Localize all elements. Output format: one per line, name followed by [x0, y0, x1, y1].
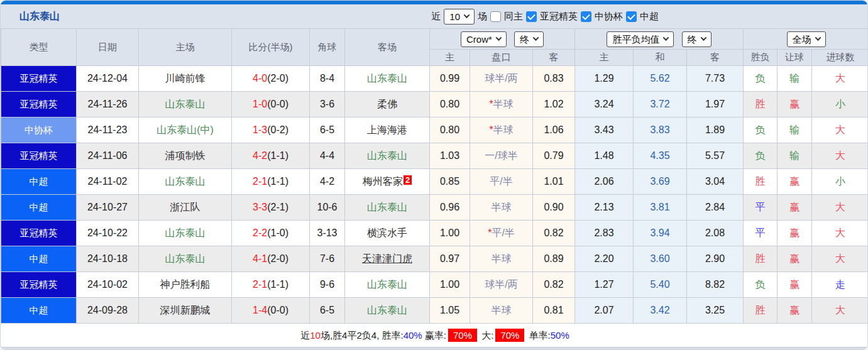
home-team-link[interactable]: 浦项制铁: [165, 150, 206, 161]
corner-score: 3-13: [310, 221, 345, 246]
corner-score: 10-6: [310, 195, 345, 221]
away-team-link[interactable]: 柔佛: [377, 99, 397, 109]
avg-away-odds: 3.04: [687, 169, 744, 195]
scope-select[interactable]: 全场: [787, 31, 826, 47]
home-team-link[interactable]: 山东泰山: [165, 176, 206, 187]
home-team-link[interactable]: 山东泰山: [165, 99, 206, 109]
col-header-avg-home: 主: [575, 50, 634, 66]
away-team-link[interactable]: 天津津门虎: [362, 253, 412, 264]
result-goals: 小: [812, 92, 868, 118]
result-handicap: 赢: [777, 195, 812, 221]
league-badge: 中超: [1, 169, 77, 195]
away-team-cell: 梅州客家2: [345, 169, 430, 195]
match-row: 亚冠精英24-11-26山东泰山1-0(0-0)3-6柔佛0.80*半球1.02…: [1, 92, 868, 118]
bookmaker-select[interactable]: Crow*: [461, 31, 507, 47]
match-date: 24-11-06: [77, 143, 139, 169]
team-title: 山东泰山: [19, 10, 60, 23]
avg-away-odds: 7.73: [687, 66, 744, 92]
chevron-down-icon: [495, 35, 502, 41]
away-team-link[interactable]: 横滨水手: [367, 227, 407, 238]
summary-segment: 70%: [495, 329, 524, 342]
result-winloss: 胜: [744, 246, 777, 272]
away-team-link[interactable]: 上海海港: [367, 124, 407, 135]
away-team-cell: 上海海港: [345, 118, 430, 143]
filter-csl-label: 中超: [640, 11, 659, 23]
filter-cfa-cup-label: 中协杯: [595, 11, 623, 23]
result-goals: 大: [812, 143, 868, 169]
avg-draw-odds: 3.72: [634, 92, 687, 118]
avg-away-odds: 2.08: [687, 221, 744, 246]
league-badge: 亚冠精英: [1, 143, 77, 169]
league-badge: 亚冠精英: [1, 92, 77, 118]
away-team-link[interactable]: 山东泰山: [367, 73, 407, 84]
home-team-cell: 山东泰山: [139, 246, 232, 272]
odds-home: 1.00: [430, 272, 470, 298]
bookmaker-time-select[interactable]: 终: [514, 31, 544, 47]
match-score: 1-3(0-2): [232, 118, 310, 143]
avg-draw-odds: 3.94: [634, 221, 687, 246]
home-team-link[interactable]: 山东泰山: [165, 227, 206, 238]
result-winloss: 胜: [744, 92, 777, 118]
home-team-link[interactable]: 浙江队: [170, 202, 201, 212]
summary-segment: 近: [300, 330, 310, 341]
away-team-link[interactable]: 山东泰山: [367, 279, 407, 290]
filter-csl-checkbox[interactable]: [626, 11, 637, 22]
away-team-cell: 柔佛: [345, 92, 430, 118]
match-date: 24-11-26: [77, 92, 139, 118]
corner-score: 6-5: [310, 118, 345, 143]
avg-draw-odds: 3.60: [634, 246, 687, 272]
odds-away: 1.06: [533, 118, 575, 143]
odds-home: 0.99: [430, 66, 470, 92]
away-team-link[interactable]: 山东泰山: [367, 150, 407, 161]
corner-score: 9-6: [310, 272, 345, 298]
same-home-checkbox[interactable]: [490, 11, 501, 22]
col-header-odds-away: 客: [533, 50, 575, 66]
league-badge: 中协杯: [1, 118, 77, 143]
avg-time-select[interactable]: 终: [682, 31, 711, 47]
handicap-line: 平/半: [470, 169, 533, 195]
recent-count-select[interactable]: 10: [444, 9, 475, 25]
home-team-link[interactable]: 山东泰山(中): [157, 124, 214, 135]
col-header-odds-home: 主: [430, 50, 470, 66]
match-score: 2-2(1-0): [232, 221, 310, 246]
corner-score: 8-4: [310, 66, 345, 92]
filter-cfa-cup-checkbox[interactable]: [581, 11, 591, 22]
away-team-cell: 山东泰山: [345, 143, 430, 169]
home-team-link[interactable]: 深圳新鹏城: [160, 305, 211, 315]
summary-footer: 近10场,胜4平2负4, 胜率:40% 赢率:70% 大:70% 单率:50%: [1, 324, 868, 347]
red-card-badge: 2: [404, 175, 412, 185]
odds-home: 0.96: [430, 195, 470, 221]
match-score: 2-1(1-1): [232, 169, 310, 195]
avg-home-odds: 2.07: [575, 298, 634, 324]
home-team-link[interactable]: 神户胜利船: [160, 279, 211, 290]
away-team-link[interactable]: 梅州客家: [363, 176, 403, 187]
match-row: 亚冠精英24-12-04川崎前锋4-0(2-0)8-4山东泰山0.99球半/两0…: [1, 66, 868, 92]
home-team-cell: 山东泰山: [139, 169, 232, 195]
match-date: 24-11-02: [77, 169, 139, 195]
result-goals: 小: [812, 169, 868, 195]
match-row: 中超24-09-28深圳新鹏城1-4(0-0)6-5山东泰山1.05半球0.81…: [1, 298, 868, 324]
away-team-cell: 山东泰山: [345, 66, 430, 92]
handicap-line: *半球: [470, 92, 533, 118]
handicap-line: 球半/两: [470, 66, 533, 92]
avg-odds-select[interactable]: 胜平负均值: [607, 31, 674, 47]
away-team-link[interactable]: 山东泰山: [367, 202, 407, 212]
away-team-cell: 天津津门虎: [345, 246, 430, 272]
summary-segment: 40%: [404, 330, 422, 341]
result-handicap: 赢: [777, 221, 812, 246]
avg-draw-odds: 3.81: [634, 195, 687, 221]
odds-home: 0.80: [430, 118, 470, 143]
home-team-link[interactable]: 川崎前锋: [165, 73, 206, 84]
home-team-link[interactable]: 山东泰山: [165, 253, 206, 264]
league-badge: 亚冠精英: [1, 221, 77, 246]
filter-acl-checkbox[interactable]: [526, 11, 537, 22]
result-goals: 大: [812, 246, 868, 272]
avg-away-odds: 3.25: [687, 298, 744, 324]
result-goals: 大: [812, 118, 868, 143]
away-team-link[interactable]: 山东泰山: [367, 305, 407, 315]
home-team-cell: 深圳新鹏城: [139, 298, 232, 324]
avg-home-odds: 2.13: [575, 195, 634, 221]
result-handicap: 赢: [777, 246, 812, 272]
avg-home-odds: 1.48: [575, 143, 634, 169]
match-date: 24-12-04: [77, 66, 139, 92]
